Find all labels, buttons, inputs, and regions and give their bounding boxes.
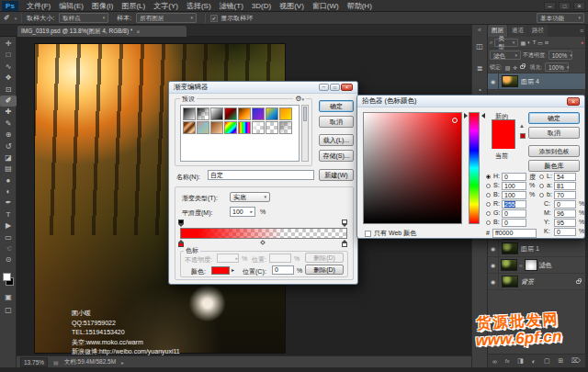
window-close-button[interactable]: × [573, 2, 585, 10]
workspace-switcher[interactable]: 基本功能▾ [537, 13, 584, 23]
radio-bb[interactable] [539, 193, 544, 197]
tab-paths[interactable]: 路径 [528, 25, 548, 37]
menu-filter[interactable]: 滤镜(T) [220, 1, 243, 11]
blur-tool[interactable]: ● [0, 175, 17, 186]
dock-collapse-icon[interactable]: « [472, 25, 487, 36]
m-value[interactable]: 96 [554, 209, 576, 218]
ok-button[interactable]: 确定 [528, 112, 580, 124]
k-value[interactable]: 0 [554, 228, 576, 236]
a-value[interactable]: 81 [554, 182, 576, 190]
dialog-maximize-icon[interactable]: □ [330, 84, 340, 91]
type-tool[interactable]: T [0, 209, 17, 220]
add-to-swatches-button[interactable]: 添加到色板 [528, 145, 580, 157]
menu-help[interactable]: 帮助(H) [347, 1, 372, 11]
load-button[interactable]: 载入(L)... [319, 134, 354, 146]
sample-size-dropdown[interactable]: 取样点▾ [59, 13, 108, 23]
menu-view[interactable]: 视图(V) [279, 1, 304, 11]
cancel-button[interactable]: 取消 [528, 127, 580, 139]
dodge-tool[interactable]: ◐ [0, 186, 17, 197]
color-stop-right[interactable] [342, 242, 347, 247]
gradient-preset[interactable] [266, 107, 278, 120]
document-tab[interactable]: IMG_0319.psd @ 13.8%(图层 4, RGB/8) * × [17, 25, 187, 37]
visibility-toggle[interactable]: ◉ [488, 274, 499, 290]
smoothness-input[interactable]: 100▸ [230, 207, 255, 217]
foreground-color-swatch[interactable] [3, 273, 11, 281]
visibility-toggle[interactable]: ◉ [488, 73, 499, 90]
radio-b[interactable] [486, 193, 491, 197]
gradient-preset[interactable] [197, 121, 209, 134]
filter-adjustment-icon[interactable]: ◐ [527, 39, 531, 45]
gradient-preset[interactable] [252, 107, 265, 120]
layer-style-icon[interactable]: fx [505, 358, 510, 364]
gradient-preview-bar[interactable] [180, 228, 347, 239]
menu-layer[interactable]: 图层(L) [121, 1, 145, 11]
menu-edit[interactable]: 编辑(E) [59, 1, 84, 11]
hand-tool[interactable]: ☜ [0, 243, 17, 254]
path-selection-tool[interactable]: ▶ [0, 220, 17, 231]
color-libraries-button[interactable]: 颜色库 [528, 160, 580, 172]
stop-color-swatch[interactable] [211, 266, 230, 275]
tab-channels[interactable]: 通道 [508, 25, 527, 37]
move-tool[interactable]: ✛ [0, 39, 17, 50]
gradient-preset[interactable] [183, 121, 196, 134]
zoom-tool[interactable]: ⊙ [0, 254, 17, 265]
web-safe-cube-icon[interactable] [520, 133, 526, 139]
blend-mode-dropdown[interactable]: 滤色▾ [490, 51, 521, 60]
new-group-icon[interactable]: ▢ [544, 357, 550, 365]
s-value[interactable]: 100 [502, 182, 526, 190]
pen-tool[interactable]: ✒ [0, 197, 17, 209]
gradient-preset[interactable] [183, 107, 196, 120]
radio-h[interactable] [486, 175, 491, 179]
radio-l[interactable] [539, 175, 544, 179]
color-field[interactable] [363, 112, 462, 224]
visibility-toggle[interactable]: ◉ [488, 257, 499, 274]
layer-row-background[interactable]: ◉ 背景 [488, 274, 585, 290]
c-value[interactable]: 0 [554, 200, 576, 209]
ok-button[interactable]: 确定 [319, 100, 354, 112]
menu-image[interactable]: 图像(I) [92, 1, 114, 11]
delete-layer-icon[interactable]: ⌦ [571, 357, 581, 365]
gradient-name-input[interactable] [208, 170, 314, 180]
layer-thumbnail[interactable] [502, 276, 518, 287]
save-button[interactable]: 存储(S)... [319, 150, 354, 162]
menu-type[interactable]: 文字(Y) [153, 1, 178, 11]
y-value[interactable]: 95 [554, 219, 576, 227]
presets-menu-gear-icon[interactable]: ⚙▾ [293, 95, 306, 103]
layer-thumbnail[interactable] [501, 259, 517, 271]
gradient-preset[interactable] [224, 107, 237, 120]
gradient-preset[interactable] [224, 121, 237, 134]
gradient-preset[interactable] [238, 107, 251, 120]
healing-brush-tool[interactable]: ✚ [0, 107, 17, 118]
l-value[interactable]: 54 [554, 173, 576, 181]
fill-dropdown[interactable]: 100%▾ [545, 62, 569, 72]
gradient-preset[interactable] [266, 121, 278, 134]
lock-all-icon[interactable] [520, 65, 525, 69]
menu-file[interactable]: 文件(F) [27, 1, 51, 11]
history-brush-tool[interactable]: ↺ [0, 141, 17, 152]
eraser-tool[interactable]: ◪ [0, 152, 17, 163]
gradient-type-dropdown[interactable]: 实底▾ [230, 192, 270, 202]
b-value[interactable]: 100 [502, 191, 526, 199]
adjustment-layer-icon[interactable]: ◐ [532, 358, 536, 365]
layer-row-selected[interactable]: ◉ 图层 4 [488, 73, 585, 90]
g-value[interactable]: 0 [502, 209, 526, 218]
delete-color-stop-button[interactable]: 删除(D) [305, 265, 344, 275]
radio-g[interactable] [486, 211, 491, 216]
menu-select[interactable]: 选择(S) [187, 1, 211, 11]
hex-value-input[interactable]: ff0000 [492, 229, 537, 238]
window-minimize-button[interactable]: – [544, 2, 556, 10]
layer-thumbnail[interactable] [502, 75, 518, 87]
opacity-dropdown[interactable]: 100%▾ [548, 51, 572, 60]
add-mask-icon[interactable]: ◨ [517, 357, 524, 365]
layer-row[interactable]: ◉ 图层 1 [488, 241, 585, 257]
new-button[interactable]: 新建(W) [319, 169, 354, 181]
quick-mask-button[interactable]: ▣ [0, 292, 17, 303]
cancel-button[interactable]: 取消 [319, 116, 354, 128]
gradient-editor-dialog[interactable]: 渐变编辑器 – □ × 预设 ⚙▾ 确 [168, 81, 358, 285]
radio-b2[interactable] [486, 220, 491, 225]
filter-type-dropdown[interactable]: 类型▾ [494, 39, 518, 47]
shape-tool[interactable]: ▭ [0, 232, 17, 243]
crop-tool[interactable]: ⊡ [0, 85, 17, 96]
gradient-preset[interactable] [279, 121, 292, 134]
radio-s[interactable] [486, 184, 491, 188]
